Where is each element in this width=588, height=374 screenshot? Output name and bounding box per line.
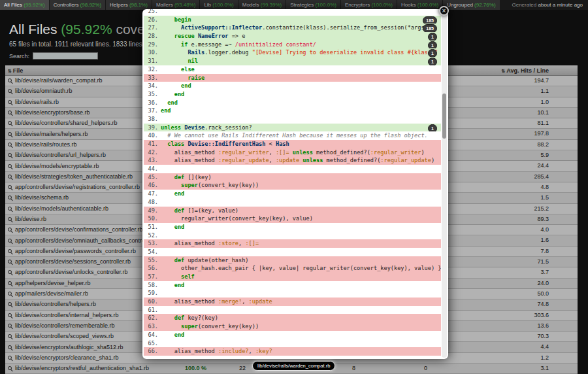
line-number: 54. [144,248,158,256]
code-line: 54. [144,248,441,256]
code-line: 26. begin185 [144,16,441,24]
code-text: alias_method :include?, :key? [161,348,272,354]
avg-hits-cell: 88.2 [431,140,578,150]
tab-percent: (100.0%) [315,2,336,8]
code-line: 64. end [144,331,441,339]
code-text: def []=(key, value) [161,207,238,214]
tab-mailers[interactable]: Mailers (93.48%) [152,0,199,10]
code-line: 41. class Devise::IndifferentHash < Hash [144,140,441,148]
tab-label: Encryptors [345,2,371,8]
close-icon[interactable]: × [439,6,449,16]
code-text: alias_method :regular_writer, :[]= unles… [161,149,425,156]
code-text: else [161,66,195,73]
file-name: lib/devise.rb [15,214,46,224]
line-number: 27. [144,24,158,32]
line-number: 43. [144,156,158,165]
line-number: 35. [144,90,158,99]
tab-strategies[interactable]: Strategies (100.0%) [286,0,340,10]
line-number: 28. [144,32,158,41]
line-number: 62. [144,314,158,322]
line-number: 63. [144,322,158,331]
line-number: 60. [144,298,158,306]
code-line: 61. [144,306,441,314]
page-title-text: All Files [9,22,61,37]
avg-hits-cell: 5.9 [431,150,578,160]
code-text: nil [161,58,198,64]
avg-hits-cell: 81.1 [431,118,578,128]
line-number: 47. [144,190,158,198]
avg-hits-cell: 197.8 [431,129,578,139]
tab-label: Strategies [290,2,315,8]
column-header-avg-hits-line[interactable]: ⇅ Avg. Hits / Line [431,65,578,75]
code-line: 42. alias_method :regular_writer, :[]= u… [144,148,441,157]
code-line: 44. [144,165,441,173]
popup-scrollbar-thumb[interactable] [442,94,446,139]
code-line: 55. def update(other_hash) [144,256,441,265]
magnifier-icon [8,99,13,105]
avg-hits-cell: 74.8 [431,299,578,309]
tab-encryptors[interactable]: Encryptors (100.0%) [341,0,397,10]
magnifier-icon [8,323,13,329]
avg-hits-cell: 3.7 [431,267,578,277]
magnifier-icon [8,355,13,361]
tab-all-files[interactable]: All Files (95.92%) [0,0,49,10]
hits-badge: 1 [428,58,437,65]
code-line: 35. end [144,90,441,99]
line-number: 56. [144,264,158,273]
code-line: 25. [144,9,441,16]
magnifier-icon [8,216,13,222]
code-line: 37.end [144,107,441,115]
code-text: end [161,107,171,114]
code-line: 59. [144,289,441,298]
code-line: 28. rescue NameError => e1 [144,32,441,41]
code-line: 34. end [144,82,441,90]
avg-hits-cell: 71.5 [431,257,578,267]
coverage-report-screen: All Files (95.92%)Controllers (98.92%)He… [0,0,588,374]
tab-label: Controllers [54,2,80,8]
tab-models[interactable]: Models (99.39%) [238,0,286,10]
tab-label: Lib [204,2,212,8]
code-line: 47. end [144,190,441,198]
magnifier-icon [8,120,13,126]
code-text: super(convert_key(key)) [161,182,259,188]
search-input[interactable] [33,52,98,60]
avg-hits-cell: 3.1 [431,364,578,373]
tab-percent: (100.0%) [212,2,233,8]
code-text: end [161,282,184,288]
hits-badge: 1 [428,41,437,49]
file-name: lib/devise/rails/routes.rb [15,140,77,150]
code-text: end [161,82,191,89]
tab-lib[interactable]: Lib (100.0%) [200,0,237,10]
magnifier-icon [8,345,13,350]
magnifier-icon [8,174,13,180]
file-name: app/controllers/devise/confirmations_con… [15,225,143,235]
code-line: 56. other_hash.each_pair { |key, value| … [144,264,441,273]
magnifier-icon [8,366,13,371]
tab-ungrouped[interactable]: Ungrouped (92.76%) [443,0,499,10]
file-name: lib/devise/controllers/shared_helpers.rb [15,118,118,128]
tab-percent: (93.48%) [174,2,195,8]
file-name: lib/devise/strategies/token_authenticata… [15,172,133,182]
code-line: 62. def key?(key) [144,314,441,322]
code-text: end [161,332,184,338]
code-text: super(convert_key(key)) [161,323,259,330]
code-line: 53. alias_method :store, :[]= [144,239,441,248]
line-number: 26. [144,16,158,24]
line-number: 31. [144,57,158,65]
code-line: 51. end [144,223,441,231]
popup-scrollbar[interactable] [442,10,447,358]
line-number: 44. [144,165,158,173]
magnifier-icon [8,301,13,307]
code-line: 29. if e.message =~ /uninitialized const… [144,41,441,49]
file-name: lib/devise/encryptors/base.rb [15,108,90,118]
code-line: 33. raise [144,74,441,82]
avg-hits-cell: 4.0 [431,225,578,235]
tab-helpers[interactable]: Helpers (98.1%) [106,0,152,10]
tab-controllers[interactable]: Controllers (98.92%) [50,0,105,10]
code-text: Rails.logger.debug "[Devise] Trying to d… [161,49,438,56]
tab-hooks[interactable]: Hooks (100.0%) [397,0,442,10]
file-name: lib/devise/mailers/helpers.rb [15,129,88,139]
magnifier-icon [8,313,13,318]
hits-badge: 1 [428,33,437,41]
code-text: raise [161,75,204,81]
